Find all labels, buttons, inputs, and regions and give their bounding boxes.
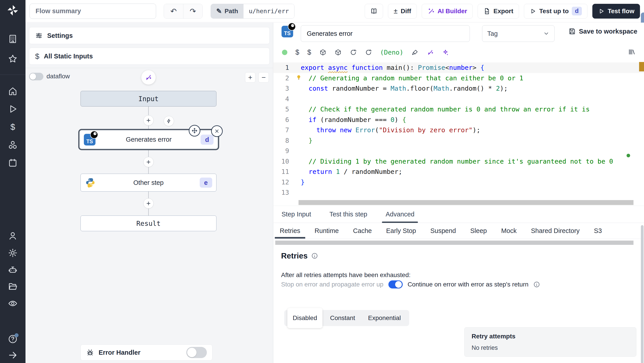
zoom-out-button[interactable]: − xyxy=(258,72,269,83)
path-value: u/henri/err xyxy=(244,4,294,18)
package-icon[interactable] xyxy=(334,49,342,56)
variable-picker-icon[interactable]: $ xyxy=(296,48,299,56)
input-node-label: Input xyxy=(138,95,158,103)
zoom-in-button[interactable]: + xyxy=(245,72,255,83)
dataflow-toggle[interactable] xyxy=(29,73,44,80)
building-icon[interactable] xyxy=(8,34,18,44)
schedules-calendar-icon[interactable] xyxy=(8,158,18,168)
format-brush-icon[interactable] xyxy=(412,49,418,56)
runs-play-icon[interactable] xyxy=(8,104,18,114)
history-group: ↶ ↷ xyxy=(164,4,202,19)
variables-dollar-icon[interactable]: $ xyxy=(8,122,18,132)
tab-test-this-step[interactable]: Test this step xyxy=(324,206,372,223)
tab-advanced[interactable]: Advanced xyxy=(380,206,419,223)
expand-arrow-icon[interactable] xyxy=(8,350,18,360)
insert-step-button[interactable] xyxy=(143,157,154,167)
test-up-to-button[interactable]: Test up to d xyxy=(524,4,588,19)
reload-icon[interactable] xyxy=(365,49,372,56)
insert-step-button[interactable] xyxy=(143,115,154,126)
test-up-to-label: Test up to xyxy=(539,8,569,15)
resources-cubes-icon[interactable] xyxy=(8,140,18,150)
folders-icon[interactable] xyxy=(8,281,18,291)
reload-icon[interactable] xyxy=(350,49,357,56)
undo-button[interactable]: ↶ xyxy=(164,4,183,18)
info-icon[interactable] xyxy=(533,281,540,288)
code-line: 7 throw new Error("Division by zero erro… xyxy=(274,125,644,135)
code-line: 5 // Check if the generated random numbe… xyxy=(274,104,644,115)
continue-on-error-toggle[interactable] xyxy=(388,280,403,288)
audit-eye-icon[interactable] xyxy=(8,298,18,308)
delete-step-button[interactable] xyxy=(211,125,223,137)
tab-step-input[interactable]: Step Input xyxy=(276,206,316,223)
deno-icon xyxy=(90,130,98,139)
edit-path-button[interactable]: ✎ Path xyxy=(211,4,244,18)
runtime-label[interactable]: (Deno) xyxy=(380,49,404,56)
result-node[interactable]: Result xyxy=(80,215,216,231)
tag-select[interactable]: Tag xyxy=(482,25,554,42)
star-icon[interactable] xyxy=(8,54,18,64)
app-sidebar: $ xyxy=(0,0,26,363)
settings-gear-icon[interactable] xyxy=(8,248,18,258)
sparkles-icon[interactable] xyxy=(442,49,449,56)
deno-icon xyxy=(287,22,296,31)
retry-mode-exponential[interactable]: Exponential xyxy=(363,310,406,326)
subtab-cache[interactable]: Cache xyxy=(348,223,377,239)
subtab-suspend[interactable]: Suspend xyxy=(425,223,461,239)
bug-icon xyxy=(86,348,94,356)
subtab-sleep[interactable]: Sleep xyxy=(465,223,492,239)
subtab-retries[interactable]: Retries xyxy=(274,223,306,239)
move-step-handle[interactable] xyxy=(189,125,200,137)
insert-trigger-button[interactable] xyxy=(164,116,174,126)
flow-summary-input[interactable] xyxy=(30,4,156,19)
magic-wand-icon[interactable] xyxy=(427,49,434,56)
subtab-s3[interactable]: S3 xyxy=(588,223,607,239)
error-handler-toggle[interactable] xyxy=(186,347,207,358)
lightbulb-icon[interactable] xyxy=(296,75,302,80)
subtab-shared-directory[interactable]: Shared Directory xyxy=(526,223,585,239)
panel-vertical-scrollbar[interactable] xyxy=(641,225,644,363)
home-icon[interactable] xyxy=(8,86,18,96)
help-icon[interactable] xyxy=(8,334,18,344)
retry-mode-constant[interactable]: Constant xyxy=(325,310,360,326)
workers-robot-icon[interactable] xyxy=(8,265,18,275)
retry-mode-disabled[interactable]: Disabled xyxy=(287,308,322,328)
save-to-workspace-button[interactable]: Save to workspace xyxy=(568,28,637,35)
error-handler-card[interactable]: Error Handler xyxy=(80,344,212,360)
code-line: 3 const randomNumber = Math.floor(Math.r… xyxy=(274,83,644,94)
test-flow-button[interactable]: Test flow xyxy=(592,4,640,19)
input-node[interactable]: Input xyxy=(80,91,216,107)
code-line: 13 xyxy=(274,187,644,198)
play-icon xyxy=(530,8,536,15)
status-dot xyxy=(282,50,287,55)
step-node-title: Generates error xyxy=(126,136,172,143)
code-line: 12} xyxy=(274,177,644,188)
windmill-logo-icon[interactable] xyxy=(6,4,19,17)
all-static-inputs-button[interactable]: $ All Static Inputs xyxy=(29,48,270,65)
subtab-mock[interactable]: Mock xyxy=(496,223,522,239)
docs-book-button[interactable] xyxy=(365,4,383,19)
subtab-early-stop[interactable]: Early Stop xyxy=(381,223,422,239)
flow-graph-panel: Settings $ All Static Inputs dataflow + … xyxy=(26,23,273,363)
test-flow-label: Test flow xyxy=(608,8,634,15)
diff-button[interactable]: ± Diff xyxy=(388,4,416,19)
export-button[interactable]: Export xyxy=(478,4,519,19)
package-icon[interactable] xyxy=(319,49,326,56)
library-icon[interactable] xyxy=(628,48,636,56)
ai-flow-wand-button[interactable] xyxy=(141,70,156,85)
resource-picker-icon[interactable]: $ xyxy=(307,48,311,56)
info-icon[interactable] xyxy=(311,252,318,259)
step-node-other-step[interactable]: Other step e xyxy=(80,174,216,192)
user-icon[interactable] xyxy=(8,231,18,241)
subtabs-scrollbar[interactable] xyxy=(275,241,634,245)
overview-ruler-marker xyxy=(639,62,644,71)
step-id-badge: d xyxy=(200,135,214,145)
code-line: 8 } xyxy=(274,135,644,146)
flow-settings-button[interactable]: Settings xyxy=(29,27,270,44)
subtab-runtime[interactable]: Runtime xyxy=(309,223,344,239)
redo-button[interactable]: ↷ xyxy=(183,4,202,18)
code-editor[interactable]: 1export async function main(): Promise<n… xyxy=(274,60,644,205)
insert-step-button[interactable] xyxy=(143,198,154,209)
ai-builder-button[interactable]: AI Builder xyxy=(422,4,473,19)
step-title-input[interactable] xyxy=(301,25,470,42)
editor-horizontal-scrollbar[interactable] xyxy=(298,200,634,205)
